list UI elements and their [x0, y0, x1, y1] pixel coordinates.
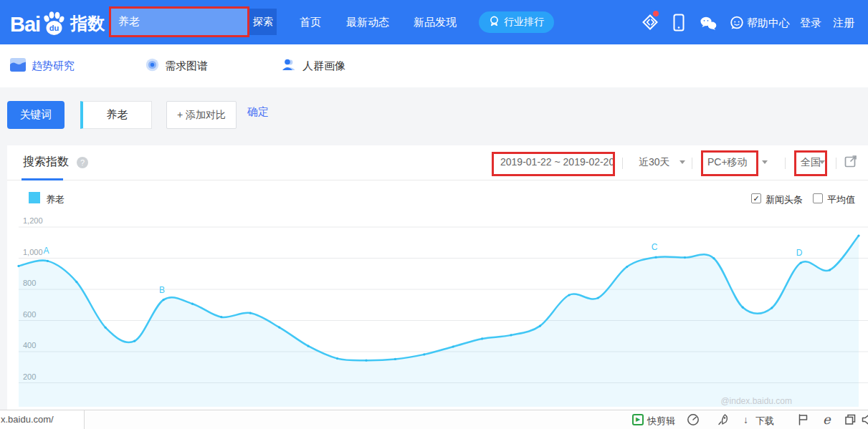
subnav-trend-research[interactable]: 趋势研究 — [10, 44, 75, 87]
nav-item-latest-news[interactable]: 最新动态 — [346, 0, 389, 44]
medal-icon — [489, 16, 500, 29]
panel-header: 搜索指数 2019-01-22 ~ 2019-02-20 近30天 PC+移动 … — [7, 145, 868, 180]
industry-ranking-button[interactable]: 行业排行 — [479, 11, 554, 33]
ie-browser-icon[interactable]: e — [823, 412, 831, 427]
chevron-down-icon[interactable] — [819, 160, 825, 164]
top-header: Bai du 指数 探索 首页 最新动态 新品发现 — [0, 0, 868, 44]
speed-gauge-icon[interactable] — [687, 413, 700, 429]
bullseye-icon — [146, 58, 159, 74]
average-label: 平均值 — [827, 193, 855, 206]
subnav-trend-label: 趋势研究 — [32, 59, 75, 73]
keyword-chip[interactable]: 养老 — [80, 101, 152, 129]
external-link-icon[interactable] — [844, 154, 858, 170]
code-diamond-icon[interactable] — [642, 14, 658, 33]
status-url-tooltip: x.baidu.com/ — [0, 410, 85, 429]
chart-marker-D: D — [796, 248, 803, 258]
download-arrow-icon[interactable]: ↓ — [743, 414, 748, 425]
active-tab-underline — [22, 178, 63, 180]
chart-marker-C: C — [652, 242, 658, 252]
average-checkbox[interactable] — [813, 193, 823, 203]
login-link[interactable]: 登录 — [800, 16, 821, 30]
logo-text-suffix: 指数 — [70, 12, 105, 37]
subnav-demand-graph[interactable]: 需求图谱 — [146, 44, 208, 87]
annotation-box-search — [109, 6, 249, 37]
chevron-down-icon[interactable] — [679, 160, 685, 164]
quick-clip-icon[interactable] — [632, 414, 644, 425]
browser-status-bar: x.baidu.com/ 快剪辑 ↓ 下载 e — [0, 410, 868, 429]
period-dropdown[interactable]: 近30天 — [639, 156, 670, 169]
add-compare-button[interactable]: + 添加对比 — [166, 101, 237, 129]
svg-text:1,000: 1,000 — [23, 248, 43, 256]
person-icon — [281, 58, 297, 74]
news-headline-label: 新闻头条 — [766, 193, 803, 206]
confirm-link[interactable]: 确定 — [247, 105, 269, 119]
news-headline-checkbox[interactable] — [751, 193, 761, 203]
speaker-icon[interactable] — [862, 413, 868, 429]
register-link[interactable]: 注册 — [833, 16, 854, 30]
search-input[interactable] — [111, 9, 247, 35]
subnav-crowd-portrait[interactable]: 人群画像 — [281, 44, 345, 87]
separator — [785, 158, 786, 169]
baidu-paw-icon: du — [42, 9, 66, 37]
wechat-icon[interactable] — [700, 16, 717, 33]
nav-item-new-products[interactable]: 新品发现 — [414, 0, 457, 44]
notification-dot — [653, 11, 659, 16]
svg-text:1,200: 1,200 — [23, 216, 43, 225]
chart-marker-A: A — [43, 246, 49, 256]
baidu-index-logo[interactable]: Bai du 指数 — [10, 9, 105, 37]
legend-label: 养老 — [46, 193, 65, 206]
logo-text-bai: Bai — [10, 13, 40, 37]
date-range-value[interactable]: 2019-01-22 ~ 2019-02-20 — [500, 156, 614, 168]
search-index-chart[interactable]: 2004006008001,0001,200ABCD — [7, 215, 868, 410]
separator — [692, 158, 692, 169]
mobile-phone-icon[interactable] — [673, 14, 685, 34]
flag-icon[interactable] — [797, 413, 809, 429]
rocket-icon[interactable] — [717, 413, 730, 429]
device-dropdown[interactable]: PC+移动 — [707, 156, 748, 169]
region-dropdown[interactable]: 全国 — [801, 156, 821, 169]
subnav-crowd-label: 人群画像 — [302, 59, 345, 73]
tab-search-index[interactable]: 搜索指数 — [23, 155, 69, 170]
quick-clip-label[interactable]: 快剪辑 — [647, 415, 675, 428]
separator — [622, 158, 623, 169]
logo-text-du: du — [49, 24, 59, 32]
chart-marker-B: B — [159, 285, 165, 295]
help-chat-icon[interactable] — [730, 16, 744, 33]
separator — [836, 158, 836, 169]
explore-button[interactable]: 探索 — [249, 9, 277, 35]
keyword-button[interactable]: 关键词 — [7, 101, 65, 129]
baidu-index-page: Bai du 指数 探索 首页 最新动态 新品发现 — [0, 0, 868, 429]
watermark: @index.baidu.com — [720, 396, 792, 406]
nav-item-home[interactable]: 首页 — [300, 0, 321, 44]
chevron-down-icon[interactable] — [762, 160, 768, 164]
download-label[interactable]: 下载 — [755, 415, 774, 428]
legend-swatch[interactable] — [29, 192, 40, 203]
restore-window-icon[interactable] — [844, 413, 857, 428]
question-help-icon[interactable] — [77, 157, 88, 168]
industry-ranking-label: 行业排行 — [504, 16, 544, 29]
help-center-link[interactable]: 帮助中心 — [747, 16, 790, 30]
subnav-demand-label: 需求图谱 — [165, 59, 208, 73]
search-index-panel: 搜索指数 2019-01-22 ~ 2019-02-20 近30天 PC+移动 … — [7, 145, 868, 429]
research-subnav: 趋势研究 需求图谱 人群画像 — [0, 44, 868, 87]
trend-chart-icon — [10, 58, 26, 74]
